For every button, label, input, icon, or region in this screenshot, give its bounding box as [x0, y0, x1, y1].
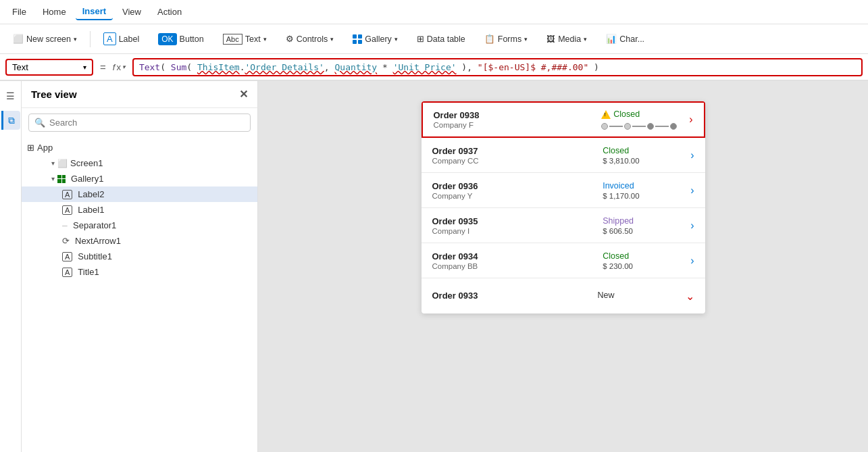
dot-line-3 [655, 126, 669, 127]
tree-close-button[interactable]: ✕ [239, 88, 248, 101]
new-screen-button[interactable]: ⬜ New screen ▾ [5, 30, 84, 48]
gallery-row-0938[interactable]: Order 0938 Company F ! Closed [422, 101, 705, 138]
row-0937-arrow[interactable]: › [690, 149, 694, 161]
text-toolbar-icon: Abc [223, 34, 242, 45]
formula-orderdetails: 'Order Details' [245, 62, 324, 72]
tree-item-label2-label: Label2 [78, 189, 104, 199]
screen1-chevron-icon: ▾ [51, 159, 55, 167]
row-0936-middle: Invoiced $ 1,170.00 [603, 181, 690, 200]
menu-view[interactable]: View [116, 4, 148, 20]
formula-unitprice: 'Unit Price' [393, 62, 457, 72]
tree-panel: Tree view ✕ 🔍 ⊞ App ▾ ⬜ Screen1 ▾ [22, 81, 258, 452]
formula-paren2: ( [186, 62, 197, 72]
button-label: Button [180, 34, 204, 44]
tree-item-title1[interactable]: A Title1 [22, 264, 257, 280]
screen1-icon: ⬜ [57, 159, 68, 168]
formula-quantity: Quantity [335, 62, 378, 72]
gallery-button[interactable]: Gallery ▾ [345, 30, 405, 48]
text-chevron-icon: ▾ [263, 36, 267, 43]
status-0936: Invoiced [603, 181, 634, 191]
forms-icon: 📋 [484, 34, 495, 44]
status-0938-text: Closed [613, 109, 640, 119]
tree-item-label1[interactable]: A Label1 [22, 202, 257, 218]
tree-search-container[interactable]: 🔍 [28, 114, 251, 132]
media-button[interactable]: 🖼 Media ▾ [539, 30, 594, 48]
charts-button[interactable]: 📊 Char... [598, 30, 652, 48]
data-table-button[interactable]: ⊞ Data table [409, 30, 473, 48]
tree-item-separator1[interactable]: ⏤ Separator1 [22, 218, 257, 233]
separator1-icon: ⏤ [62, 220, 68, 230]
formula-paren4: ) [588, 62, 599, 72]
amount-0934: $ 230.00 [603, 262, 633, 270]
menu-bar: File Home Insert View Action [0, 0, 868, 24]
company-y-label: Company Y [432, 192, 603, 200]
dot-line-1 [609, 126, 623, 127]
formula-input[interactable]: Text( Sum( ThisItem.'Order Details', Qua… [132, 58, 863, 76]
button-button[interactable]: OK Button [151, 29, 211, 49]
gallery-card: Order 0938 Company F ! Closed [422, 101, 705, 313]
main-area: ☰ ⧉ Tree view ✕ 🔍 ⊞ App ▾ ⬜ Screen1 [0, 81, 868, 452]
row-0936-left: Order 0936 Company Y [432, 181, 603, 200]
order-0938-label: Order 0938 [434, 110, 602, 120]
fx-chevron-icon: ▾ [122, 64, 126, 70]
row-0934-arrow[interactable]: › [690, 255, 694, 267]
nextarrow1-icon: ⟳ [62, 236, 70, 246]
dot-1 [601, 123, 608, 130]
gallery-icon [353, 34, 362, 44]
tree-item-label2[interactable]: A Label2 [22, 186, 257, 202]
menu-file[interactable]: File [5, 4, 33, 20]
new-screen-label: New screen [26, 34, 71, 44]
row-0933-arrow[interactable]: ⌄ [686, 290, 694, 303]
formula-star: * [377, 62, 392, 72]
fx-label: f [113, 62, 116, 72]
formula-fx-button[interactable]: fx ▾ [113, 62, 126, 72]
media-label: Media [558, 34, 581, 44]
row-0935-left: Order 0935 Company I [432, 216, 603, 235]
media-icon: 🖼 [546, 34, 555, 44]
row-0938-middle: ! Closed [601, 109, 689, 130]
tree-item-separator1-label: Separator1 [73, 220, 116, 230]
row-0936-arrow[interactable]: › [690, 184, 694, 197]
formula-equals: = [100, 61, 106, 73]
layers-icon[interactable]: ⧉ [1, 111, 20, 130]
controls-button[interactable]: ⚙ Controls ▾ [278, 30, 342, 48]
gallery-row-0934[interactable]: Order 0934 Company BB Closed $ 230.00 › [422, 243, 705, 278]
tree-item-app-label: App [37, 143, 53, 153]
tree-content: ⊞ App ▾ ⬜ Screen1 ▾ Gallery1 [22, 137, 257, 452]
row-0934-left: Order 0934 Company BB [432, 251, 603, 270]
row-0935-arrow[interactable]: › [690, 220, 694, 232]
tree-item-gallery1[interactable]: ▾ Gallery1 [22, 171, 257, 186]
tree-item-nextarrow1[interactable]: ⟳ NextArrow1 [22, 233, 257, 249]
formula-thisitem: ThisItem [197, 62, 240, 72]
gallery-row-0937[interactable]: Order 0937 Company CC Closed $ 3,810.00 … [422, 138, 705, 173]
row-0938-arrow[interactable]: › [689, 114, 692, 126]
dot-4 [670, 123, 677, 130]
menu-action[interactable]: Action [151, 4, 188, 20]
order-0937-label: Order 0937 [432, 146, 603, 156]
order-0934-label: Order 0934 [432, 251, 603, 261]
hamburger-icon[interactable]: ☰ [1, 86, 20, 105]
label-button[interactable]: A Label [96, 28, 147, 49]
controls-chevron-icon: ▾ [330, 36, 334, 43]
toolbar-divider-1 [90, 31, 91, 47]
canvas-area: Order 0938 Company F ! Closed [258, 81, 868, 452]
text-button[interactable]: Abc Text ▾ [215, 30, 274, 49]
status-0935: Shipped [603, 216, 634, 226]
search-input[interactable] [49, 118, 245, 128]
tree-item-app[interactable]: ⊞ App [22, 140, 257, 155]
tree-item-subtitle1[interactable]: A Subtitle1 [22, 249, 257, 264]
menu-home[interactable]: Home [36, 4, 73, 20]
row-0938-left: Order 0938 Company F [434, 110, 602, 129]
app-icon: ⊞ [27, 143, 34, 153]
formula-selector[interactable]: Text ▾ [5, 59, 93, 76]
amount-0937: $ 3,810.00 [603, 157, 639, 165]
sidebar-icons: ☰ ⧉ [0, 81, 22, 452]
dot-line-2 [632, 126, 646, 127]
gallery-row-0933[interactable]: Order 0933 New ⌄ [422, 278, 705, 313]
gallery-row-0936[interactable]: Order 0936 Company Y Invoiced $ 1,170.00… [422, 173, 705, 208]
tree-item-screen1[interactable]: ▾ ⬜ Screen1 [22, 155, 257, 171]
menu-insert[interactable]: Insert [76, 3, 113, 20]
forms-button[interactable]: 📋 Forms ▾ [477, 30, 535, 48]
formula-comma1: , [324, 62, 335, 72]
gallery-row-0935[interactable]: Order 0935 Company I Shipped $ 606.50 › [422, 208, 705, 243]
